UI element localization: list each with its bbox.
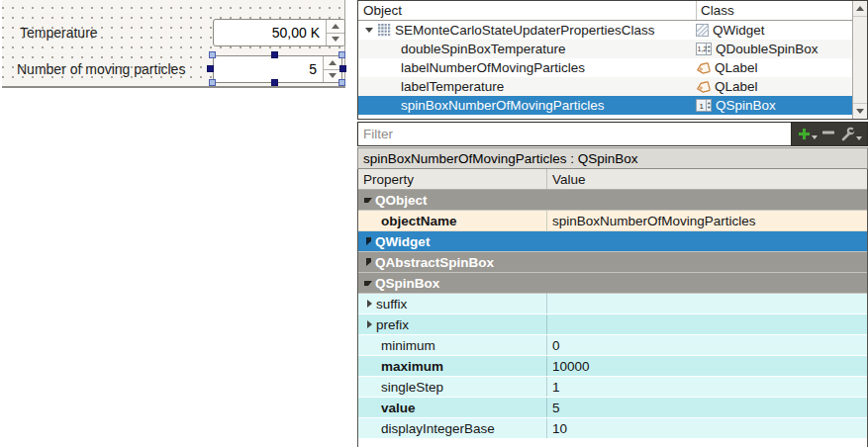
particles-label[interactable]: Number of moving particles <box>17 61 185 77</box>
temperature-spinbox-buttons <box>326 20 344 45</box>
property-row-displayIntegerBase[interactable]: displayIntegerBase 10 <box>358 418 867 439</box>
wrench-icon <box>840 127 855 141</box>
tree-scrollbar[interactable] <box>852 1 867 119</box>
qdoublespinbox-class-icon: 1,2 <box>696 43 712 55</box>
property-editor: Property Value QObject objectName spinBo… <box>357 169 868 447</box>
object-name: SEMonteCarloStateUpdaterPropertiesClass <box>395 23 655 38</box>
form-grid-icon <box>378 24 391 37</box>
class-name: QSpinBox <box>716 98 776 113</box>
selection-handle[interactable] <box>209 51 216 58</box>
tree-row-root[interactable]: SEMonteCarloStateUpdaterPropertiesClass … <box>358 21 852 40</box>
object-name: doubleSpinBoxTemperature <box>401 42 566 56</box>
property-column-header[interactable]: Property <box>358 172 546 187</box>
property-value[interactable]: 1 <box>552 380 560 395</box>
value-column-header[interactable]: Value <box>546 169 867 189</box>
property-row-prefix[interactable]: prefix <box>358 314 867 335</box>
chevron-down-icon <box>364 281 372 286</box>
property-name: suffix <box>376 297 407 312</box>
property-row-suffix[interactable]: suffix <box>358 294 867 314</box>
class-column-header[interactable]: Class <box>696 1 852 20</box>
form-editor-canvas[interactable]: Temperature 50,00 K Number of moving par… <box>2 0 345 88</box>
scroll-down-button[interactable] <box>853 103 867 119</box>
temperature-spinbox-value: 50,00 K <box>214 20 326 45</box>
filter-toolbar <box>792 122 868 146</box>
object-column-header[interactable]: Object <box>358 3 696 18</box>
remove-dynamic-property-button[interactable] <box>822 131 834 138</box>
down-arrow-icon <box>856 109 864 114</box>
qwidget-class-icon <box>696 24 709 37</box>
selection-handle[interactable] <box>209 79 216 86</box>
remove-icon <box>822 131 834 134</box>
property-value[interactable]: 0 <box>552 338 560 353</box>
temperature-spinbox[interactable]: 50,00 K <box>213 19 345 46</box>
tree-header: Object Class <box>358 1 852 21</box>
down-arrow-icon <box>329 73 337 78</box>
chevron-right-icon <box>367 320 372 328</box>
property-row-objectName[interactable]: objectName spinBoxNumberOfMovingParticle… <box>358 211 867 231</box>
up-arrow-icon <box>332 24 339 29</box>
spin-down-button[interactable] <box>327 34 344 46</box>
property-row-minimum[interactable]: minimum 0 <box>358 335 867 356</box>
spin-up-button[interactable] <box>327 20 344 34</box>
property-value[interactable]: spinBoxNumberOfMovingParticles <box>552 214 756 228</box>
property-row-value[interactable]: value 5 <box>358 398 867 418</box>
selection-handle[interactable] <box>271 79 278 86</box>
section-label: QObject <box>375 193 428 208</box>
property-value[interactable]: 10000 <box>552 359 590 374</box>
section-label: QSpinBox <box>375 276 439 291</box>
tree-row[interactable]: labelNumberOfMovingParticles QLabel <box>358 58 852 77</box>
collapse-arrow-icon[interactable] <box>361 198 375 203</box>
chevron-right-icon <box>367 300 372 308</box>
property-name: minimum <box>381 338 435 353</box>
temperature-label[interactable]: Temperature <box>20 25 98 41</box>
tree-row[interactable]: doubleSpinBoxTemperature 1,2 QDoubleSpin… <box>358 40 852 58</box>
chevron-down-icon <box>812 135 818 139</box>
property-name: maximum <box>381 359 443 374</box>
property-table-header: Property Value <box>358 169 867 190</box>
selection-handle[interactable] <box>338 51 345 58</box>
property-filter-bar <box>357 122 868 146</box>
expand-arrow-icon[interactable] <box>361 237 375 245</box>
section-qspinbox[interactable]: QSpinBox <box>358 273 867 294</box>
property-name: value <box>381 401 416 415</box>
property-name: displayIntegerBase <box>381 421 495 436</box>
add-dynamic-property-button[interactable] <box>798 128 818 140</box>
tree-row-selected[interactable]: spinBoxNumberOfMovingParticles 1 QSpinBo… <box>358 96 852 115</box>
qt-designer-window: Temperature 50,00 K Number of moving par… <box>0 0 868 447</box>
selection-handle[interactable] <box>207 65 214 72</box>
section-qwidget[interactable]: QWidget <box>358 231 867 252</box>
qlabel-class-icon <box>696 80 711 94</box>
selection-handle[interactable] <box>339 65 346 72</box>
property-editor-title: spinBoxNumberOfMovingParticles : QSpinBo… <box>357 147 868 169</box>
filter-input[interactable] <box>357 122 792 146</box>
chevron-down-icon <box>365 28 373 33</box>
configure-property-editor-button[interactable] <box>840 127 862 141</box>
expand-arrow-icon[interactable] <box>362 320 376 328</box>
property-value[interactable]: 5 <box>552 401 560 415</box>
expand-arrow-icon[interactable] <box>361 258 375 266</box>
object-inspector: Object Class SEMonteCarloStateUpdaterPro… <box>357 0 868 120</box>
qspinbox-class-icon: 1 <box>696 99 712 112</box>
property-row-singleStep[interactable]: singleStep 1 <box>358 377 867 398</box>
up-arrow-icon <box>856 6 864 11</box>
svg-text:1: 1 <box>700 102 705 111</box>
property-row-maximum[interactable]: maximum 10000 <box>358 356 867 377</box>
class-name: QLabel <box>715 60 758 75</box>
section-label: QAbstractSpinBox <box>375 255 494 270</box>
scroll-up-button[interactable] <box>853 1 867 17</box>
object-name: spinBoxNumberOfMovingParticles <box>401 98 605 113</box>
collapse-arrow-icon[interactable] <box>361 281 375 286</box>
section-label: QWidget <box>375 234 430 249</box>
selection-handle[interactable] <box>338 79 345 86</box>
section-qobject[interactable]: QObject <box>358 190 867 211</box>
section-qabstractspinbox[interactable]: QAbstractSpinBox <box>358 252 867 273</box>
selection-handle[interactable] <box>271 51 278 58</box>
property-name: objectName <box>381 214 457 228</box>
svg-text:1,2: 1,2 <box>698 45 708 52</box>
expand-arrow-icon[interactable] <box>362 300 376 308</box>
property-value[interactable]: 10 <box>552 421 567 436</box>
chevron-right-icon <box>366 258 371 266</box>
expand-arrow-icon[interactable] <box>362 28 376 33</box>
tree-row[interactable]: labelTemperature QLabel <box>358 77 852 96</box>
class-name: QWidget <box>713 23 765 38</box>
